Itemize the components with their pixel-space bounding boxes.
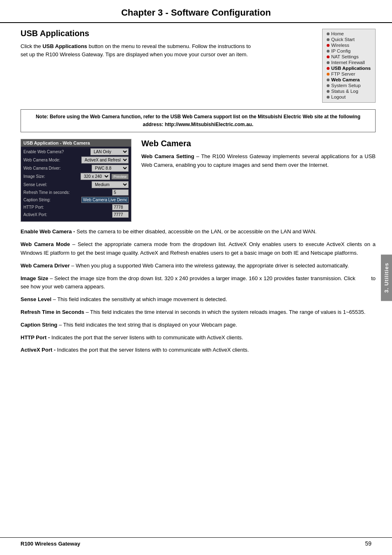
form-row-sense: Sense Level: Medium Low High bbox=[23, 181, 129, 188]
nav-item-system-setup[interactable]: System Setup bbox=[327, 83, 371, 88]
right-tab: 3. Utilities bbox=[381, 254, 392, 301]
nav-item-ip-config[interactable]: IP Config bbox=[327, 48, 371, 54]
nav-item-internet-firewall[interactable]: Internet Firewall bbox=[327, 60, 371, 65]
nav-menu: Home Quick Start Wireless IP Config NAT … bbox=[322, 29, 376, 103]
nav-bullet bbox=[327, 67, 330, 70]
usb-applications-section: USB Applications Click the USB Applicati… bbox=[21, 29, 255, 59]
preview-button[interactable]: Preview bbox=[111, 174, 129, 180]
http-port-input[interactable] bbox=[112, 204, 129, 210]
footer-title: R100 Wireless Gateway bbox=[21, 541, 80, 547]
nav-bullet bbox=[327, 44, 330, 47]
label-sense: Sense Level: bbox=[23, 182, 92, 187]
nav-item-wireless[interactable]: Wireless bbox=[327, 42, 371, 48]
desc-webcam-driver: Web Camera Driver – When you plug a supp… bbox=[21, 262, 376, 270]
label-mode: Web Camera Mode: bbox=[23, 158, 81, 162]
usb-application-form: USB Application - Web Camera Enable Web … bbox=[21, 139, 131, 222]
desc-enable-webcam: Enable Web Camera - Sets the camera to b… bbox=[21, 228, 376, 236]
desc-activex-port: ActiveX Port - Indicates the port that t… bbox=[21, 346, 376, 355]
nav-item-quick-start[interactable]: Quick Start bbox=[327, 37, 371, 42]
nav-bullet bbox=[327, 32, 330, 35]
enable-webcam-select[interactable]: LAN Only Disabled LAN and WAN bbox=[90, 148, 129, 155]
usb-apps-heading: USB Applications bbox=[21, 29, 255, 38]
nav-item-status-log[interactable]: Status & Log bbox=[327, 88, 371, 94]
nav-bullet bbox=[327, 50, 330, 53]
label-http-port: HTTP Port: bbox=[23, 205, 112, 210]
top-section: USB Applications Click the USB Applicati… bbox=[21, 29, 376, 103]
nav-bullet bbox=[327, 84, 330, 87]
form-row-driver: Web Camera Driver: PWC 8.8 bbox=[23, 165, 129, 172]
activex-port-input[interactable] bbox=[112, 212, 129, 218]
form-row-http-port: HTTP Port: bbox=[23, 204, 129, 210]
nav-item-ftp-server[interactable]: FTP Server bbox=[327, 71, 371, 77]
webcam-intro: Web Camera Setting – The R100 Wireless G… bbox=[141, 152, 376, 170]
nav-bullet bbox=[327, 96, 330, 99]
chapter-title: Chapter 3 - Software Configuration bbox=[16, 7, 376, 18]
usb-apps-body: Click the USB Applications button on the… bbox=[21, 42, 255, 59]
sense-level-select[interactable]: Medium Low High bbox=[92, 181, 129, 188]
footer-page-number: 59 bbox=[365, 540, 371, 547]
webcam-description: Web Camera Web Camera Setting – The R100… bbox=[141, 139, 376, 170]
image-size-select[interactable]: 320 x 240 160 x 120 bbox=[81, 173, 110, 180]
caption-string-input[interactable] bbox=[81, 197, 129, 203]
nav-item-logout[interactable]: Logout bbox=[327, 94, 371, 100]
desc-caption-string: Caption String – This field indicates th… bbox=[21, 321, 376, 329]
nav-bullet bbox=[327, 73, 330, 76]
desc-image-size: Image Size – Select the image size from … bbox=[21, 274, 376, 292]
refresh-time-input[interactable] bbox=[112, 189, 129, 196]
nav-bullet bbox=[327, 55, 330, 58]
chapter-header: Chapter 3 - Software Configuration bbox=[0, 0, 392, 23]
label-caption: Caption String: bbox=[23, 198, 81, 202]
label-refresh: Refresh Time in seconds: bbox=[23, 190, 112, 195]
label-activex-port: ActiveX Port: bbox=[23, 212, 112, 217]
nav-bullet bbox=[327, 78, 330, 81]
label-driver: Web Camera Driver: bbox=[23, 166, 92, 170]
desc-sense-level: Sense Level – This field indicates the s… bbox=[21, 295, 376, 304]
form-row-activex-port: ActiveX Port: bbox=[23, 212, 129, 218]
desc-refresh-time: Refresh Time in Seconds – This field ind… bbox=[21, 308, 376, 317]
label-image-size: Image Size: bbox=[23, 174, 81, 179]
nav-item-usb-applications[interactable]: USB Applications bbox=[327, 65, 371, 71]
desc-http-port: HTTP Port - Indicates the port that the … bbox=[21, 334, 376, 342]
webcam-mode-select[interactable]: ActiveX and Refresh ActiveX Only bbox=[81, 157, 129, 164]
form-title: USB Application - Web Camera bbox=[21, 139, 131, 147]
form-row-mode: Web Camera Mode: ActiveX and Refresh Act… bbox=[23, 157, 129, 164]
label-enable: Enable Web Camera? bbox=[23, 150, 90, 154]
form-row-refresh: Refresh Time in seconds: bbox=[23, 189, 129, 196]
nav-item-home[interactable]: Home bbox=[327, 31, 371, 37]
form-row-caption: Caption String: bbox=[23, 197, 129, 203]
webcam-driver-select[interactable]: PWC 8.8 bbox=[92, 165, 129, 172]
desc-webcam-mode: Web Camera Mode – Select the appropriate… bbox=[21, 240, 376, 258]
note-box: Note: Before using the Web Camera functi… bbox=[21, 109, 376, 132]
nav-bullet bbox=[327, 38, 330, 41]
nav-item-nat-settings[interactable]: NAT Settings bbox=[327, 54, 371, 60]
form-row-enable: Enable Web Camera? LAN Only Disabled LAN… bbox=[23, 148, 129, 155]
form-row-image-size: Image Size: 320 x 240 160 x 120 Preview bbox=[23, 173, 129, 180]
nav-bullet bbox=[327, 90, 330, 93]
form-body: Enable Web Camera? LAN Only Disabled LAN… bbox=[21, 147, 131, 221]
description-list: Enable Web Camera - Sets the camera to b… bbox=[21, 228, 376, 355]
page-footer: R100 Wireless Gateway 59 bbox=[0, 537, 392, 547]
middle-section: USB Application - Web Camera Enable Web … bbox=[21, 139, 376, 222]
nav-bullet bbox=[327, 61, 330, 64]
webcam-heading: Web Camera bbox=[141, 139, 376, 148]
nav-item-web-camera[interactable]: Web Camera bbox=[327, 77, 371, 83]
